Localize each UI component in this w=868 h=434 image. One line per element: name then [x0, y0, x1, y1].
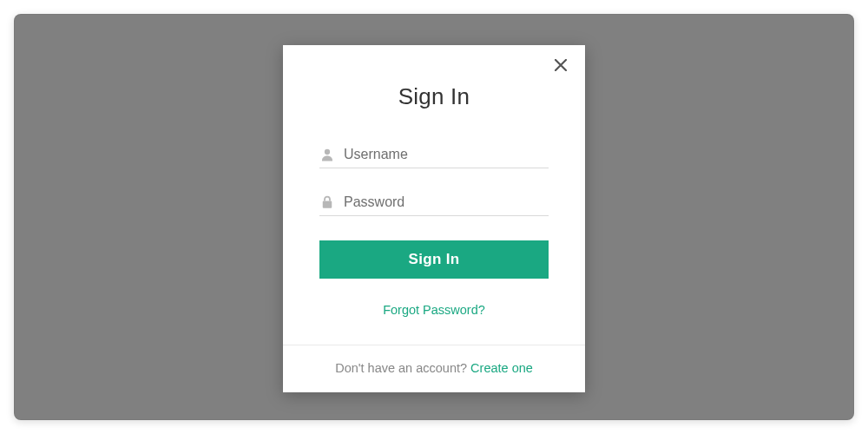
svg-point-0: [325, 149, 330, 155]
modal-footer: Don't have an account? Create one: [283, 345, 585, 392]
create-account-link[interactable]: Create one: [470, 361, 533, 375]
lock-icon: [319, 194, 335, 210]
username-input[interactable]: [344, 147, 549, 162]
close-button[interactable]: [552, 59, 569, 76]
forgot-password-link[interactable]: Forgot Password?: [319, 303, 549, 317]
modal-body: Sign In Sign In Forgot Password?: [283, 45, 585, 345]
close-icon: [555, 59, 567, 71]
modal-title: Sign In: [319, 83, 549, 110]
password-field[interactable]: [319, 194, 549, 216]
svg-rect-1: [323, 201, 332, 208]
footer-prompt: Don't have an account?: [335, 361, 470, 375]
signin-button[interactable]: Sign In: [319, 240, 549, 279]
signin-modal: Sign In Sign In Forgot Password? Don't h…: [283, 45, 585, 392]
user-icon: [319, 147, 335, 162]
username-field[interactable]: [319, 147, 549, 168]
modal-backdrop: Sign In Sign In Forgot Password? Don't h…: [14, 14, 854, 420]
password-input[interactable]: [344, 194, 549, 210]
